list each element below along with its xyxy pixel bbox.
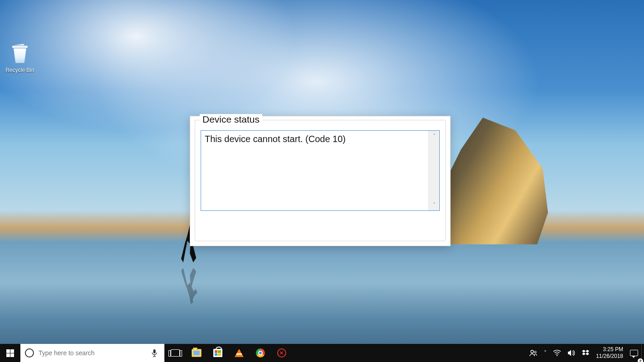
clock-time: 3:25 PM bbox=[603, 346, 623, 353]
volume-icon bbox=[567, 349, 576, 357]
chevron-up-icon: ˄ bbox=[544, 350, 547, 356]
chrome-icon bbox=[256, 348, 265, 357]
start-button[interactable] bbox=[0, 344, 20, 362]
app-red-button[interactable] bbox=[271, 344, 292, 362]
scroll-up-icon[interactable]: ˄ bbox=[428, 131, 440, 142]
wifi-button[interactable] bbox=[550, 344, 564, 362]
device-status-groupbox: Device status This device cannot start. … bbox=[195, 120, 446, 241]
svg-point-3 bbox=[531, 350, 533, 353]
wifi-icon bbox=[553, 350, 561, 356]
microsoft-store-button[interactable] bbox=[207, 344, 228, 362]
windows-logo-icon bbox=[6, 349, 14, 357]
device-status-textbox[interactable]: This device cannot start. (Code 10) ˄ ˅ bbox=[201, 130, 440, 211]
file-explorer-icon bbox=[192, 349, 202, 357]
microphone-icon[interactable] bbox=[150, 348, 159, 357]
scroll-down-icon[interactable]: ˅ bbox=[428, 200, 440, 210]
device-status-group-label: Device status bbox=[200, 114, 262, 125]
file-explorer-button[interactable] bbox=[186, 344, 207, 362]
cortana-icon bbox=[25, 348, 34, 357]
svg-rect-0 bbox=[154, 349, 156, 353]
svg-point-4 bbox=[534, 351, 536, 353]
action-center-button[interactable]: 2 bbox=[627, 344, 641, 362]
show-hidden-icons-button[interactable]: ˄ bbox=[541, 344, 550, 362]
people-button[interactable] bbox=[526, 344, 541, 362]
red-circle-icon bbox=[277, 348, 286, 357]
recycle-bin-icon bbox=[9, 43, 31, 65]
device-status-scrollbar[interactable]: ˄ ˅ bbox=[428, 131, 439, 210]
action-center-icon bbox=[630, 350, 638, 356]
people-icon bbox=[529, 349, 538, 357]
clock-date: 11/26/2018 bbox=[596, 353, 623, 360]
chrome-button[interactable] bbox=[250, 344, 271, 362]
vlc-icon bbox=[235, 349, 244, 357]
search-input[interactable] bbox=[38, 349, 148, 357]
microsoft-store-icon bbox=[213, 349, 222, 357]
action-center-badge: 2 bbox=[638, 358, 643, 362]
task-view-button[interactable] bbox=[164, 344, 186, 362]
volume-button[interactable] bbox=[564, 344, 579, 362]
device-status-dialog: Device status This device cannot start. … bbox=[190, 116, 451, 246]
task-view-icon bbox=[171, 349, 180, 357]
dropbox-button[interactable] bbox=[579, 344, 592, 362]
taskbar: ˄ 3:25 PM 11/26/2018 2 bbox=[0, 344, 644, 362]
recycle-bin-desktop-icon[interactable]: Recycle Bin bbox=[3, 43, 37, 73]
taskbar-clock[interactable]: 3:25 PM 11/26/2018 bbox=[592, 344, 627, 362]
taskbar-search[interactable] bbox=[20, 344, 164, 362]
system-tray: ˄ 3:25 PM 11/26/2018 2 bbox=[526, 344, 644, 362]
vlc-button[interactable] bbox=[228, 344, 250, 362]
dropbox-icon bbox=[582, 349, 589, 357]
recycle-bin-label: Recycle Bin bbox=[3, 67, 37, 73]
device-status-message: This device cannot start. (Code 10) bbox=[201, 131, 428, 210]
svg-point-5 bbox=[557, 355, 557, 356]
